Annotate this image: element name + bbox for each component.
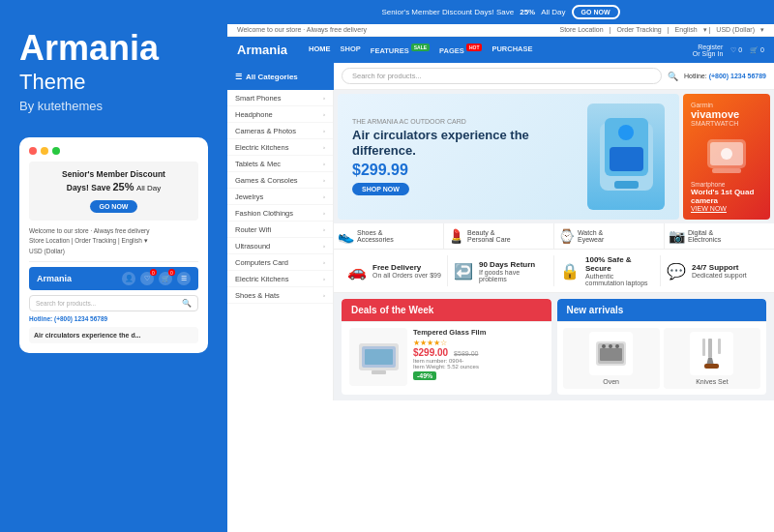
search-input[interactable]: Search for products... <box>342 68 662 84</box>
cat-computers[interactable]: Computers Card› <box>227 254 333 271</box>
language-selector[interactable]: English <box>675 26 698 34</box>
deals-row: Deals of the Week <box>334 293 774 400</box>
hero-banner: THE ARMANIA AC OUTDOOR CARD Air circulat… <box>338 94 679 220</box>
nav-pages[interactable]: PAGES HOT <box>439 44 482 55</box>
svg-point-7 <box>721 148 732 160</box>
sale-badge: -49% <box>413 371 436 380</box>
cat-games[interactable]: Games & Consoles› <box>227 172 333 189</box>
side-banner-cta[interactable]: VIEW NOW <box>691 205 762 212</box>
dot-yellow <box>41 147 48 155</box>
hero-title: Air circulators experience the differenc… <box>352 128 587 158</box>
nav-home[interactable]: HOME <box>309 44 331 55</box>
cat-electric-kitchens[interactable]: Electric Kitchens› <box>227 139 333 156</box>
content-area: Smart Phones› Headphone› Cameras & Photo… <box>227 90 774 400</box>
cat-strip-shoes[interactable]: 👟 Shoes &Accessories <box>334 223 444 249</box>
hero-shop-button[interactable]: SHOP NOW <box>352 183 409 195</box>
mobile-wishlist-icon[interactable]: ♡0 <box>140 272 154 285</box>
mobile-banner: Senior's Member Discount Days! Save 25% … <box>29 162 198 221</box>
cat-electric-kitchens2[interactable]: Electric Kitchens› <box>227 271 333 287</box>
secondary-bar: Welcome to our store · Always free deliv… <box>227 24 774 37</box>
side-banner-sublabel: Smartphone <box>691 181 762 188</box>
mobile-banner-text: Senior's Member Discount Days! Save 25% … <box>39 169 189 195</box>
svg-rect-19 <box>708 339 712 358</box>
mobile-search-placeholder: Search for products... <box>36 300 96 307</box>
mobile-search-icon: 🔍 <box>182 299 192 308</box>
nav-cart[interactable]: 🛒 0 <box>750 46 764 54</box>
order-tracking-link[interactable]: Order Tracking <box>616 26 661 34</box>
dot-green <box>52 147 60 155</box>
cat-jewelry[interactable]: Jewelrys› <box>227 189 333 205</box>
mobile-nav-logo: Armania <box>37 274 72 283</box>
cat-strip-electronics[interactable]: 📷 Digital &Electronics <box>665 223 774 249</box>
cat-router[interactable]: Router Wifi› <box>227 222 333 238</box>
hotline-text: Hotline: (+800) 1234 56789 <box>684 73 766 79</box>
deals-header: Deals of the Week <box>342 299 551 322</box>
announce-pct: 25% <box>520 8 535 16</box>
hero-image <box>587 103 665 210</box>
cat-tablets[interactable]: Tablets & Mec› <box>227 156 333 172</box>
categories-header[interactable]: ☰ All Categories <box>227 63 334 90</box>
brand-title: Armania <box>19 29 159 68</box>
dot-red <box>29 147 37 155</box>
main-content: THE ARMANIA AC OUTDOOR CARD Air circulat… <box>334 90 774 400</box>
svg-rect-22 <box>718 339 721 354</box>
cat-shoes-hats[interactable]: Shoes & Hats› <box>227 287 333 304</box>
category-strip: 👟 Shoes &Accessories 💄 Beauty &Personal … <box>334 223 774 250</box>
deal-stars: ★★★★☆ <box>413 339 544 347</box>
side-banner-brand: Garmin <box>691 102 762 108</box>
deals-section: Deals of the Week <box>342 299 551 395</box>
cat-headphone[interactable]: Headphone› <box>227 106 333 123</box>
mobile-menu-icon[interactable]: ☰ <box>177 272 191 285</box>
nav-purchase[interactable]: PURCHASE <box>491 44 532 55</box>
mobile-user-icon[interactable]: 👤 <box>122 272 135 285</box>
nav-shop[interactable]: SHOP <box>341 44 361 55</box>
mobile-meta: Welcome to our store · Always free deliv… <box>29 226 198 262</box>
side-banner-label: SMARTWATCH <box>691 120 762 127</box>
svg-rect-15 <box>600 348 622 361</box>
nav-logo: Armania <box>237 43 287 57</box>
feature-secure: 🔒 100% Safe & Secure Authentic commutati… <box>554 255 661 286</box>
side-banner-model: vivamove <box>691 108 762 120</box>
currency-selector[interactable]: USD (Dollar) <box>716 26 755 34</box>
cat-ultrasound[interactable]: Ultrasound› <box>227 238 333 254</box>
delivery-icon: 🚗 <box>347 262 367 281</box>
hero-row: THE ARMANIA AC OUTDOOR CARD Air circulat… <box>334 90 774 223</box>
svg-point-17 <box>609 344 612 348</box>
mobile-search-bar[interactable]: Search for products... 🔍 <box>29 295 198 311</box>
deal-card: Tempered Glass Film ★★★★☆ $299.00 $589.0… <box>342 322 551 392</box>
nav-right: Register Or Sign In ♡ 0 🛒 0 <box>693 44 764 57</box>
deal-weight: Item Weight: 5.52 ounces <box>413 364 544 369</box>
side-banner-subtitle: World's 1st Quad camera <box>691 188 762 205</box>
feature-return: ↩️ 90 Days Return If goods have problems <box>448 255 554 286</box>
watch-icon: ⌚ <box>558 228 575 244</box>
cat-strip-beauty[interactable]: 💄 Beauty &Personal Care <box>444 223 554 249</box>
store-location-link[interactable]: Store Location <box>559 26 603 34</box>
features-row: 🚗 Free Delivery On all Orders over $99 ↩… <box>334 250 774 293</box>
cat-strip-watch[interactable]: ⌚ Watch &Eyewear <box>554 223 665 249</box>
nav-user[interactable]: Register Or Sign In <box>693 44 724 57</box>
svg-rect-12 <box>372 370 386 374</box>
announce-text: Senior's Member Discount Days! Save <box>381 8 514 16</box>
svg-point-2 <box>618 125 634 140</box>
announce-go-button[interactable]: GO NOW <box>572 5 620 19</box>
cat-fashion[interactable]: Fashion Clothings› <box>227 205 333 222</box>
mobile-cart-icon[interactable]: 🛒0 <box>159 272 172 285</box>
main-nav: Armania HOME SHOP FEATURES SALE PAGES HO… <box>227 37 774 63</box>
mobile-go-button[interactable]: GO NOW <box>90 200 138 213</box>
mobile-product-preview: Air circulators experience the d... <box>29 327 198 343</box>
svg-point-16 <box>602 344 606 348</box>
right-panel: Senior's Member Discount Days! Save 25% … <box>227 0 774 532</box>
knives-image <box>690 332 733 375</box>
arrival-knives[interactable]: Knives Set <box>664 328 760 389</box>
nav-wishlist[interactable]: ♡ 0 <box>730 46 742 54</box>
cat-smart-phones[interactable]: Smart Phones› <box>227 90 333 106</box>
feature-delivery: 🚗 Free Delivery On all Orders over $99 <box>342 255 448 286</box>
svg-point-18 <box>615 344 619 348</box>
arrival-oven[interactable]: Oven <box>563 328 660 389</box>
search-icon[interactable]: 🔍 <box>668 72 678 81</box>
electronics-icon: 📷 <box>669 228 685 244</box>
cat-cameras[interactable]: Cameras & Photos› <box>227 123 333 139</box>
nav-features[interactable]: FEATURES SALE <box>371 44 430 55</box>
hero-text: THE ARMANIA AC OUTDOOR CARD Air circulat… <box>352 118 587 195</box>
sec-bar-left: Welcome to our store · Always free deliv… <box>237 26 367 34</box>
